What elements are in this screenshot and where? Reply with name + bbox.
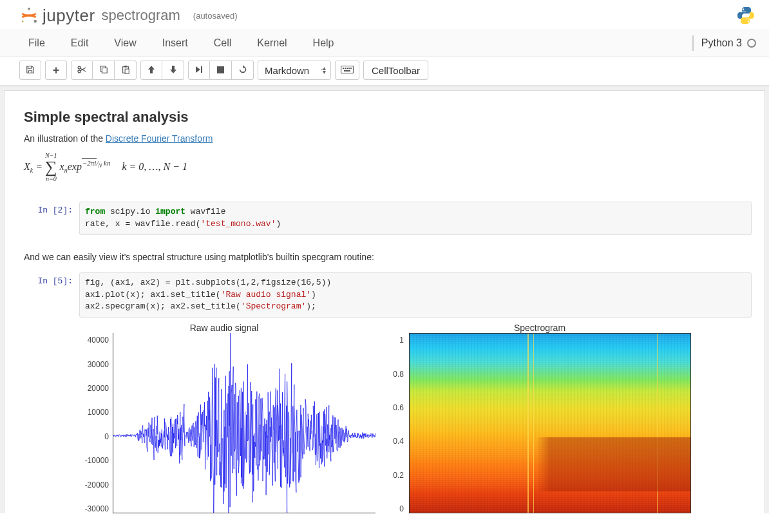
arrow-up-icon — [147, 65, 155, 76]
string: 'Raw audio signal' — [221, 290, 311, 299]
keyword: import — [155, 207, 185, 216]
copy-icon — [99, 65, 108, 76]
restart-icon — [238, 65, 247, 76]
input-prompt: In [2]: — [17, 202, 79, 235]
svg-rect-16 — [345, 68, 346, 69]
plot-spectrogram: Spectrogram 1 0.8 0.6 0.4 0.2 0 — [388, 323, 691, 513]
svg-rect-13 — [217, 66, 224, 73]
markdown-cell[interactable]: And we can easily view it's spectral str… — [11, 240, 758, 267]
input-prompt: In [5]: — [17, 272, 79, 318]
interrupt-button[interactable] — [210, 61, 232, 80]
ytick: 0.6 — [388, 403, 404, 412]
python-logo-icon — [736, 5, 756, 26]
menu-insert[interactable]: Insert — [149, 31, 201, 55]
output-area: Raw audio signal 40000 30000 20000 10000… — [11, 323, 758, 513]
text: An illustration of the — [24, 133, 106, 144]
heading: Simple spectral analysis — [17, 109, 752, 126]
code-cell[interactable]: In [2]: from scipy.io import wavfile rat… — [11, 196, 758, 240]
save-button[interactable] — [19, 61, 41, 80]
save-icon — [26, 65, 35, 76]
ytick: 20000 — [73, 384, 109, 393]
ytick: 1 — [388, 336, 404, 345]
plot-title: Spectrogram — [388, 323, 691, 333]
menu-help[interactable]: Help — [300, 31, 347, 55]
notebook-name[interactable]: spectrogram — [102, 7, 180, 24]
ytick: -20000 — [73, 480, 109, 489]
string: 'Spectrogram' — [241, 301, 306, 311]
notebook-container: Simple spectral analysis An illustration… — [0, 86, 769, 513]
text: ) — [311, 290, 316, 299]
menu-file[interactable]: File — [19, 31, 58, 55]
insert-cell-button[interactable]: + — [45, 61, 67, 80]
menu-cell[interactable]: Cell — [201, 31, 245, 55]
text: ax2.specgram(x); ax2.set_title( — [85, 301, 241, 311]
text: wavfile — [185, 207, 225, 216]
text: ); — [306, 301, 316, 311]
string: 'test_mono.wav' — [200, 219, 276, 229]
text: ) — [276, 219, 281, 229]
code-input[interactable]: from scipy.io import wavfile rate, x = w… — [79, 202, 752, 235]
text: rate, x = wavfile.read( — [85, 219, 200, 229]
ytick: 30000 — [73, 360, 109, 369]
paragraph: And we can easily view it's spectral str… — [17, 252, 752, 262]
jupyter-logo[interactable]: jupyter — [19, 6, 95, 26]
svg-rect-10 — [124, 65, 127, 67]
kernel-name: Python 3 — [701, 37, 742, 49]
svg-point-2 — [22, 21, 24, 23]
copy-button[interactable] — [93, 61, 115, 80]
ytick: 0 — [73, 432, 109, 441]
menubar: File Edit View Insert Cell Kernel Help P… — [0, 30, 769, 57]
menu-edit[interactable]: Edit — [58, 31, 102, 55]
jupyter-orbit-icon — [19, 6, 39, 25]
svg-rect-12 — [201, 66, 202, 73]
menu-kernel[interactable]: Kernel — [244, 31, 299, 55]
step-forward-icon — [195, 65, 203, 75]
code-input[interactable]: fig, (ax1, ax2) = plt.subplots(1,2,figsi… — [79, 272, 752, 318]
svg-point-3 — [743, 8, 744, 10]
svg-rect-18 — [348, 68, 350, 69]
move-down-button[interactable] — [162, 61, 184, 80]
ytick: 40000 — [73, 336, 109, 345]
code-cell[interactable]: In [5]: fig, (ax1, ax2) = plt.subplots(1… — [11, 267, 758, 323]
text: fig, (ax1, ax2) = plt.subplots(1,2,figsi… — [85, 278, 331, 287]
text: ax1.plot(x); ax1.set_title( — [85, 290, 221, 299]
notebook: Simple spectral analysis An illustration… — [5, 91, 764, 513]
markdown-cell[interactable]: Simple spectral analysis An illustration… — [11, 104, 758, 196]
dft-link[interactable]: Discrete Fourier Transform — [106, 133, 213, 144]
cell-type-select[interactable]: Markdown — [258, 61, 331, 80]
ytick: 0.8 — [388, 370, 404, 379]
svg-rect-15 — [343, 68, 344, 69]
plot-waveform: Raw audio signal 40000 30000 20000 10000… — [73, 323, 375, 513]
cell-toolbar-button[interactable]: CellToolbar — [363, 61, 428, 80]
kernel-idle-icon — [747, 39, 756, 48]
plot-canvas — [113, 333, 375, 513]
paste-button[interactable] — [115, 61, 137, 80]
svg-rect-17 — [347, 68, 348, 69]
menu-view[interactable]: View — [101, 31, 149, 55]
arrow-down-icon — [169, 65, 177, 76]
ytick: 10000 — [73, 408, 109, 417]
jupyter-wordmark: jupyter — [43, 6, 95, 26]
command-palette-button[interactable] — [335, 61, 359, 80]
restart-button[interactable] — [232, 61, 254, 80]
plot-title: Raw audio signal — [73, 323, 375, 333]
plus-icon: + — [53, 64, 60, 77]
paragraph: An illustration of the Discrete Fourier … — [17, 133, 752, 144]
move-up-button[interactable] — [140, 61, 162, 80]
run-button[interactable] — [188, 61, 210, 80]
save-status: (autosaved) — [193, 11, 238, 21]
y-axis: 40000 30000 20000 10000 0 -10000 -20000 … — [73, 336, 113, 513]
toolbar: + — [0, 57, 769, 86]
ytick: 0.4 — [388, 437, 404, 446]
svg-rect-19 — [350, 68, 352, 69]
notebook-header: jupyter spectrogram (autosaved) — [0, 0, 769, 30]
cut-button[interactable] — [71, 61, 93, 80]
paste-icon — [121, 65, 130, 76]
svg-point-0 — [28, 8, 30, 10]
keyboard-icon — [341, 65, 354, 75]
y-axis: 1 0.8 0.6 0.4 0.2 0 — [388, 336, 406, 513]
latex-formula: Xk = N−1∑n=0 xnexp−2πi⁄N kn k = 0, …, N … — [17, 144, 752, 191]
scissors-icon — [77, 65, 87, 76]
text: scipy.io — [105, 207, 155, 216]
svg-point-4 — [748, 21, 749, 22]
